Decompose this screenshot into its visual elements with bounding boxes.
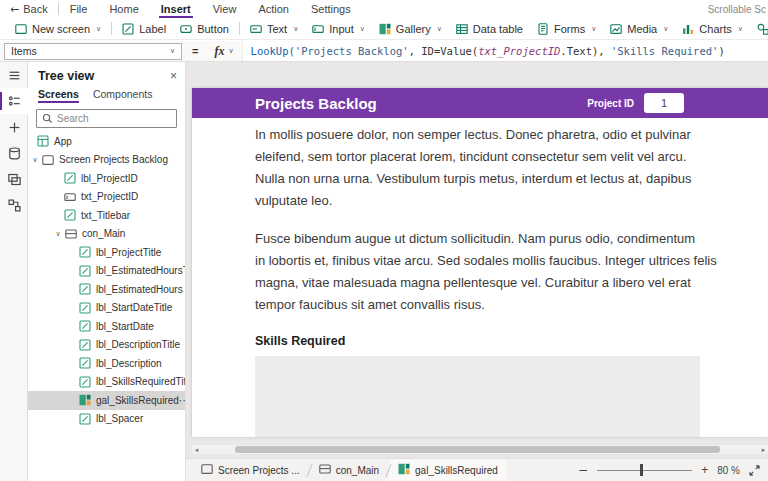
tab-components[interactable]: Components [93, 88, 153, 103]
media-rail-button[interactable] [0, 166, 28, 192]
label-icon [78, 302, 91, 314]
tree-item-con-main[interactable]: ∨con_Main [28, 225, 185, 244]
zoom-slider[interactable] [597, 464, 692, 476]
project-id-input[interactable] [644, 93, 684, 113]
menu-item-file[interactable]: File [59, 0, 99, 18]
menu-item-settings[interactable]: Settings [300, 0, 362, 18]
tree-item-gal-skillsrequired[interactable]: gal_SkillsRequired⋯ [28, 391, 185, 410]
tree-search-box[interactable] [36, 109, 177, 128]
chevron-down-icon: ∨ [738, 25, 743, 33]
breadcrumb-gal-skillsrequired[interactable]: gal_SkillsRequired [389, 459, 507, 481]
tree-item-lbl-startdate[interactable]: lbl_StartDate [28, 317, 185, 336]
back-label: Back [23, 3, 47, 15]
description-paragraph-1[interactable]: In mollis posuere dolor, non semper lect… [255, 124, 768, 212]
toolbar-charts[interactable]: Charts∨ [675, 18, 750, 39]
label-icon [78, 357, 91, 369]
chevron-down-icon[interactable]: ∨ [29, 156, 41, 164]
top-menu-bar: ← Back FileHomeInsertViewActionSettings … [0, 0, 768, 18]
property-dropdown[interactable]: Items ∨ [4, 43, 182, 60]
tree-item-label: lbl_DescriptionTitle [96, 339, 180, 350]
toolbar-button[interactable]: Button [173, 18, 236, 39]
chevron-down-icon[interactable]: ∨ [52, 230, 64, 238]
page-text-line: in lobortis et, finibus vitae arcu. Sed … [255, 250, 768, 272]
toolbar-gallery[interactable]: Gallery∨ [372, 18, 449, 39]
description-paragraph-2[interactable]: Fusce bibendum augue ut dictum sollicitu… [255, 228, 768, 316]
toolbar-media[interactable]: Media∨ [603, 18, 675, 39]
screen-icon [201, 463, 213, 477]
toolbar-label[interactable]: Label [115, 18, 173, 39]
tab-screens[interactable]: Screens [38, 88, 79, 103]
tree-item-lbl-skillsrequiredtitle[interactable]: lbl_SkillsRequiredTitle [28, 373, 185, 392]
tree-item-lbl-estimatedhours[interactable]: lbl_EstimatedHours [28, 280, 185, 299]
toolbar-forms[interactable]: Forms∨ [530, 18, 603, 39]
advanced-tools-rail-button[interactable] [0, 192, 28, 218]
menu-item-label: Action [258, 3, 289, 15]
skills-gallery[interactable] [255, 356, 700, 437]
search-input[interactable] [57, 113, 171, 124]
tree-item-txt-titlebar[interactable]: txt_Titlebar [28, 206, 185, 225]
toolbar-icons[interactable]: Icons∨ [750, 18, 768, 39]
formula-input[interactable]: LookUp('Projects Backlog', ID=Value(txt_… [242, 41, 768, 61]
toolbar-divider [111, 22, 112, 35]
menu-item-insert[interactable]: Insert [150, 0, 202, 18]
back-button[interactable]: ← Back [0, 3, 58, 16]
toolbar-data-table[interactable]: Data table [449, 18, 530, 39]
tree-item-lbl-startdatetitle[interactable]: lbl_StartDateTitle [28, 299, 185, 318]
tree-item-app[interactable]: App [28, 132, 185, 151]
skills-required-heading[interactable]: Skills Required [255, 334, 768, 348]
zoom-out-button[interactable]: − [578, 464, 588, 476]
data-sources-rail-button[interactable] [0, 140, 28, 166]
tree-item-lbl-spacer[interactable]: lbl_Spacer [28, 410, 185, 429]
scroll-right-arrow-icon[interactable]: ▸ [759, 445, 768, 454]
tree-item-lbl-projecttitle[interactable]: lbl_ProjectTitle [28, 243, 185, 262]
tree-item-label: App [54, 136, 72, 147]
tree-item-label: lbl_SkillsRequiredTitle [96, 376, 185, 387]
toolbar-item-label: Button [197, 23, 229, 35]
app-screen-preview[interactable]: Projects Backlog Project ID In mollis po… [192, 88, 768, 437]
data-table-icon [456, 23, 468, 35]
more-icon[interactable]: ⋯ [179, 394, 185, 407]
breadcrumb-con-main[interactable]: con_Main [310, 459, 388, 481]
tree-view-rail-button[interactable] [0, 88, 28, 114]
label-icon [78, 320, 91, 332]
zoom-in-button[interactable]: + [701, 464, 708, 476]
tree-item-label: Screen Projects Backlog [59, 154, 168, 165]
text-icon [250, 23, 262, 35]
menu-item-home[interactable]: Home [98, 0, 149, 18]
toolbar-item-label: Charts [699, 23, 731, 35]
chevron-down-icon: ∨ [170, 47, 175, 55]
tree-list: App∨Screen Projects Backloglbl_ProjectID… [28, 132, 185, 428]
tree-item-label: lbl_ProjectTitle [96, 247, 161, 258]
tree-item-lbl-descriptiontitle[interactable]: lbl_DescriptionTitle [28, 336, 185, 355]
data-sources-icon [8, 147, 21, 160]
breadcrumb-screen-projects[interactable]: Screen Projects ... [192, 459, 309, 481]
tree-item-lbl-projectid[interactable]: lbl_ProjectID [28, 169, 185, 188]
canvas-area: Projects Backlog Project ID In mollis po… [186, 62, 768, 458]
screen-titlebar[interactable]: Projects Backlog Project ID [192, 88, 768, 118]
menu-items: FileHomeInsertViewActionSettings [59, 0, 362, 18]
scroll-left-arrow-icon[interactable]: ◂ [192, 445, 201, 454]
fit-to-window-icon[interactable] [749, 465, 760, 476]
scrollbar-thumb[interactable] [235, 446, 720, 453]
canvas-horizontal-scrollbar[interactable]: ◂ ▸ [192, 445, 768, 454]
toolbar-new-screen[interactable]: New screen∨ [8, 18, 108, 39]
insert-rail-button[interactable] [0, 114, 28, 140]
fx-dropdown[interactable]: fx ∨ [206, 44, 241, 59]
menu-item-view[interactable]: View [202, 0, 248, 18]
chevron-down-icon: ∨ [591, 25, 596, 33]
tree-item-lbl-description[interactable]: lbl_Description [28, 354, 185, 373]
gallery-icon [398, 463, 410, 477]
tree-item-screen-projects-backlog[interactable]: ∨Screen Projects Backlog [28, 151, 185, 170]
app-icon [36, 135, 49, 147]
zoom-slider-thumb[interactable] [640, 464, 643, 476]
formula-token: LookUp( [251, 45, 295, 57]
menu-item-action[interactable]: Action [247, 0, 300, 18]
close-icon[interactable]: × [170, 70, 177, 82]
screen-title: Projects Backlog [255, 95, 377, 112]
tree-item-txt-projectid[interactable]: txt_ProjectID [28, 188, 185, 207]
formula-token: .Text), [560, 45, 611, 57]
toolbar-text[interactable]: Text∨ [243, 18, 305, 39]
tree-item-lbl-estimatedhourstitle[interactable]: lbl_EstimatedHoursTitle [28, 262, 185, 281]
toolbar-input[interactable]: Input∨ [305, 18, 372, 39]
menu-rail-button[interactable] [0, 62, 28, 88]
